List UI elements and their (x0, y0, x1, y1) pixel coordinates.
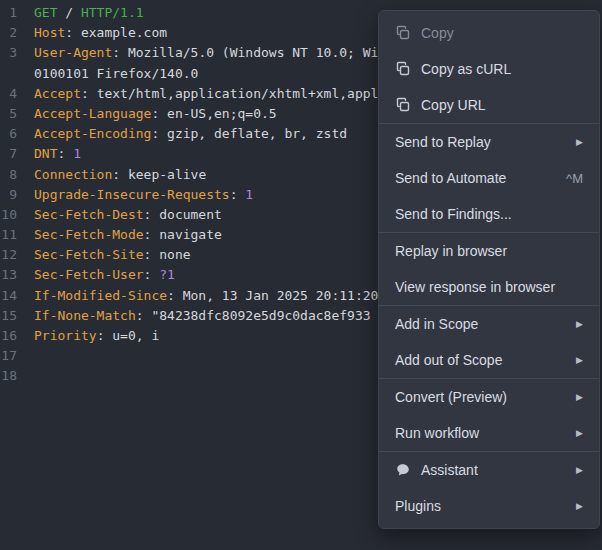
line-number: 6 (0, 124, 30, 144)
code-text: If-None-Match: "84238dfc8092e5d9c0dac8ef… (34, 306, 371, 326)
menu-item-copy-as-curl[interactable]: Copy as cURL (379, 51, 599, 87)
code-text: Host: example.com (34, 23, 167, 43)
menu-item-copy[interactable]: Copy (379, 15, 599, 51)
code-text: Sec-Fetch-User: ?1 (34, 265, 175, 285)
code-text: Connection: keep-alive (34, 165, 206, 185)
submenu-arrow-icon: ▶ (576, 356, 583, 365)
menu-item-label: Convert (Preview) (395, 389, 507, 405)
line-number: 16 (0, 326, 30, 346)
menu-item-send-to-replay[interactable]: Send to Replay▶ (379, 124, 599, 160)
menu-item-label: Assistant (421, 462, 478, 478)
menu-item-send-to-automate[interactable]: Send to Automate^M (379, 160, 599, 196)
submenu-arrow-icon: ▶ (576, 502, 583, 511)
copy-icon (395, 61, 411, 77)
line-number: 9 (0, 185, 30, 205)
menu-item-label: Send to Replay (395, 134, 491, 150)
code-text: Upgrade-Insecure-Requests: 1 (34, 185, 253, 205)
menu-item-label: Plugins (395, 498, 441, 514)
code-text: User-Agent: Mozilla/5.0 (Windows NT 10.0… (34, 43, 386, 63)
menu-item-label: Send to Findings... (395, 206, 512, 222)
line-number: 8 (0, 165, 30, 185)
line-number: 12 (0, 245, 30, 265)
submenu-arrow-icon: ▶ (576, 393, 583, 402)
code-text: GET / HTTP/1.1 (34, 3, 144, 23)
menu-item-convert-preview[interactable]: Convert (Preview)▶ (379, 379, 599, 415)
line-number: 2 (0, 23, 30, 43)
line-number: 3 (0, 43, 30, 63)
menu-item-copy-url[interactable]: Copy URL (379, 87, 599, 123)
code-text: DNT: 1 (34, 144, 81, 164)
menu-item-add-out-of-scope[interactable]: Add out of Scope▶ (379, 342, 599, 378)
submenu-arrow-icon: ▶ (576, 320, 583, 329)
code-text: Sec-Fetch-Dest: document (34, 205, 222, 225)
line-number: 11 (0, 225, 30, 245)
line-number: 10 (0, 205, 30, 225)
submenu-arrow-icon: ▶ (576, 429, 583, 438)
code-text: 0100101 Firefox/140.0 (34, 64, 198, 84)
menu-item-plugins[interactable]: Plugins▶ (379, 488, 599, 524)
line-number: 18 (0, 366, 30, 386)
submenu-arrow-icon: ▶ (576, 138, 583, 147)
line-number: 17 (0, 346, 30, 366)
menu-item-run-workflow[interactable]: Run workflow▶ (379, 415, 599, 451)
line-number (0, 64, 30, 84)
context-menu: CopyCopy as cURLCopy URLSend to Replay▶S… (378, 10, 600, 529)
line-number: 14 (0, 286, 30, 306)
copy-icon (395, 97, 411, 113)
menu-item-replay-in-browser[interactable]: Replay in browser (379, 233, 599, 269)
line-number: 5 (0, 104, 30, 124)
menu-item-label: Copy as cURL (421, 61, 511, 77)
copy-icon (395, 25, 411, 41)
code-text: Accept-Encoding: gzip, deflate, br, zstd (34, 124, 347, 144)
menu-item-label: Add in Scope (395, 316, 478, 332)
menu-item-label: Copy (421, 25, 454, 41)
line-number: 13 (0, 265, 30, 285)
code-text: Accept-Language: en-US,en;q=0.5 (34, 104, 277, 124)
menu-item-assistant[interactable]: Assistant▶ (379, 452, 599, 488)
line-number: 7 (0, 144, 30, 164)
code-text: Priority: u=0, i (34, 326, 159, 346)
assistant-icon (395, 462, 411, 478)
menu-item-view-response-in-browser[interactable]: View response in browser (379, 269, 599, 305)
code-text: Sec-Fetch-Site: none (34, 245, 191, 265)
menu-item-label: Add out of Scope (395, 352, 502, 368)
line-number: 1 (0, 3, 30, 23)
menu-item-label: View response in browser (395, 279, 555, 295)
menu-item-label: Replay in browser (395, 243, 507, 259)
menu-item-label: Copy URL (421, 97, 486, 113)
code-text: Sec-Fetch-Mode: navigate (34, 225, 222, 245)
menu-item-add-in-scope[interactable]: Add in Scope▶ (379, 306, 599, 342)
submenu-arrow-icon: ▶ (576, 466, 583, 475)
menu-item-label: Run workflow (395, 425, 479, 441)
line-number: 15 (0, 306, 30, 326)
code-text: Accept: text/html,application/xhtml+xml,… (34, 84, 386, 104)
menu-shortcut: ^M (566, 171, 583, 186)
menu-item-send-to-findings[interactable]: Send to Findings... (379, 196, 599, 232)
line-number: 4 (0, 84, 30, 104)
menu-item-label: Send to Automate (395, 170, 506, 186)
code-text: If-Modified-Since: Mon, 13 Jan 2025 20:1… (34, 286, 378, 306)
